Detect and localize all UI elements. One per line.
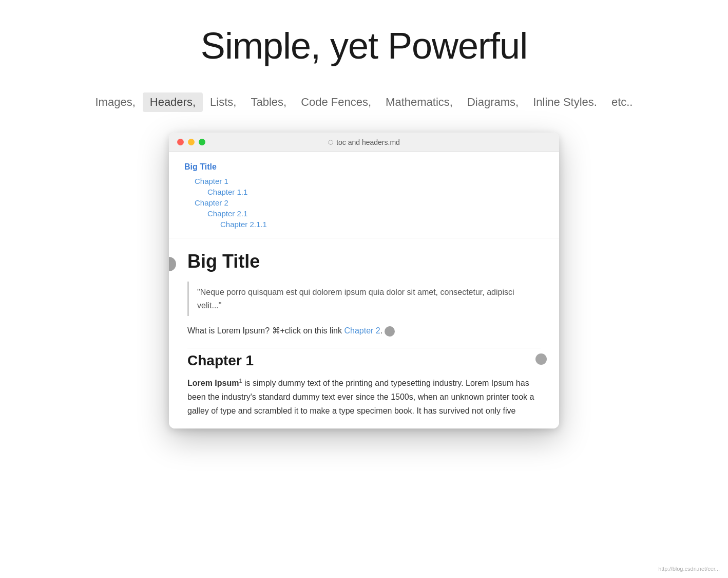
feature-diagrams[interactable]: Diagrams, <box>460 92 526 112</box>
mac-window: ⬡ toc and headers.md Big Title Chapter 1… <box>169 133 559 428</box>
toc-chapter1[interactable]: Chapter 1 <box>184 176 544 187</box>
feature-lists[interactable]: Lists, <box>203 92 243 112</box>
toc-chapter2[interactable]: Chapter 2 <box>184 197 544 208</box>
doc-section: Big Title "Neque porro quisquam est qui … <box>169 238 559 428</box>
feature-images[interactable]: Images, <box>88 92 143 112</box>
toc-chapter2-1[interactable]: Chapter 2.1 <box>184 208 544 219</box>
feature-code-fences[interactable]: Code Fences, <box>294 92 378 112</box>
blockquote: "Neque porro quisquam est qui dolorem ip… <box>187 282 541 316</box>
link-line-prefix: What is Lorem Ipsum? ⌘+click on this lin… <box>187 326 344 335</box>
lorem-bold: Lorem Ipsum <box>187 379 239 387</box>
url-watermark: http://blog.csdn.net/cer... <box>658 566 720 572</box>
traffic-lights <box>177 139 205 145</box>
doc-big-title: Big Title <box>187 251 541 272</box>
chapter1-heading: Chapter 1 <box>187 348 541 369</box>
close-button[interactable] <box>177 139 184 145</box>
features-bar: Images, Headers, Lists, Tables, Code Fen… <box>0 77 728 133</box>
scroll-indicator-left[interactable] <box>169 257 176 271</box>
hero-title: Simple, yet Powerful <box>10 25 718 67</box>
feature-tables[interactable]: Tables, <box>243 92 294 112</box>
maximize-button[interactable] <box>199 139 205 145</box>
toc-chapter1-1[interactable]: Chapter 1.1 <box>184 187 544 197</box>
minimize-button[interactable] <box>188 139 195 145</box>
body-content: is simply dummy text of the printing and… <box>187 379 534 415</box>
window-filename: toc and headers.md <box>336 138 400 146</box>
chapter2-link[interactable]: Chapter 2 <box>344 326 380 335</box>
window-title: ⬡ toc and headers.md <box>328 138 400 146</box>
feature-etc[interactable]: etc.. <box>604 92 640 112</box>
feature-inline-styles[interactable]: Inline Styles. <box>526 92 604 112</box>
toc-section: Big Title Chapter 1 Chapter 1.1 Chapter … <box>169 152 559 238</box>
toc-chapter2-1-1[interactable]: Chapter 2.1.1 <box>184 219 544 230</box>
link-line: What is Lorem Ipsum? ⌘+click on this lin… <box>187 324 541 338</box>
title-bar: ⬡ toc and headers.md <box>169 133 559 152</box>
feature-mathematics[interactable]: Mathematics, <box>378 92 460 112</box>
window-content[interactable]: Big Title Chapter 1 Chapter 1.1 Chapter … <box>169 152 559 428</box>
link-line-suffix: . <box>380 326 382 335</box>
feature-headers[interactable]: Headers, <box>143 92 203 112</box>
toc-big-title[interactable]: Big Title <box>184 162 544 172</box>
md-file-icon: ⬡ <box>328 139 333 146</box>
hero-section: Simple, yet Powerful <box>0 0 728 77</box>
window-wrapper: ⬡ toc and headers.md Big Title Chapter 1… <box>0 133 728 428</box>
inline-scroll-dot <box>385 326 395 337</box>
body-text: Lorem Ipsum1 is simply dummy text of the… <box>187 376 541 418</box>
